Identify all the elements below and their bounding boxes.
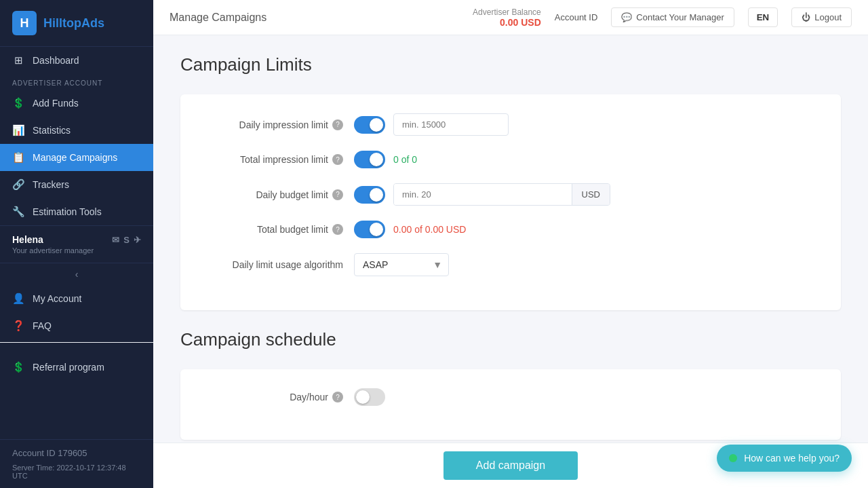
daily-impression-help-icon[interactable]: ? — [332, 119, 343, 130]
page-title: Manage Campaigns — [170, 12, 267, 24]
daily-budget-toggle[interactable] — [354, 186, 385, 204]
total-impression-value: 0 of 0 — [393, 154, 417, 165]
manager-name: Helena ✉ S ✈ — [12, 234, 141, 245]
sidebar-item-trackers[interactable]: 🔗 Trackers — [0, 171, 153, 198]
sidebar-collapse-btn[interactable]: ‹ — [0, 263, 153, 285]
sidebar-item-label: Add Funds — [33, 98, 79, 109]
total-budget-limit-row: Total budget limit ? 0.00 of 0.00 USD — [208, 221, 814, 238]
daily-budget-input[interactable] — [394, 184, 572, 205]
daily-impression-limit-label: Daily impression limit ? — [208, 119, 343, 130]
campaign-limits-section: Daily impression limit ? Total impressio… — [180, 94, 841, 310]
content-area: Campaign Limits Daily impression limit ? — [153, 35, 868, 443]
chat-bubble[interactable]: How can we help you? — [717, 445, 852, 472]
manager-icons: ✉ S ✈ — [112, 235, 141, 245]
sidebar-item-label: Dashboard — [33, 55, 79, 66]
sidebar-item-label: FAQ — [33, 320, 52, 331]
daily-impression-control — [354, 113, 509, 136]
algorithm-select[interactable]: ASAP Smooth — [354, 253, 449, 276]
add-funds-icon: 💲 — [12, 97, 24, 109]
logo-icon: H — [12, 11, 37, 35]
sidebar-item-manage-campaigns[interactable]: 📋 Manage Campaigns — [0, 144, 153, 171]
balance-label: Advertiser Balance — [473, 7, 541, 17]
sidebar-account-id: Account ID 179605 — [12, 448, 141, 458]
daily-impression-limit-row: Daily impression limit ? — [208, 113, 814, 136]
contact-manager-button[interactable]: 💬 Contact Your Manager — [611, 7, 734, 27]
daily-budget-input-group: USD — [393, 183, 610, 206]
day-hour-toggle[interactable] — [354, 388, 385, 406]
advertiser-balance: Advertiser Balance 0.00 USD — [473, 7, 541, 28]
day-hour-control — [354, 388, 385, 406]
header: Manage Campaigns Advertiser Balance 0.00… — [153, 0, 868, 35]
sidebar-item-label: Statistics — [33, 125, 71, 136]
total-budget-value: 0.00 of 0.00 USD — [393, 224, 466, 235]
campaign-schedule-section: Day/hour ? — [180, 369, 841, 440]
sidebar-section-label: ADVERTISER ACCOUNT — [0, 74, 153, 90]
dashboard-icon: ⊞ — [12, 54, 24, 67]
total-impression-control: 0 of 0 — [354, 151, 417, 168]
daily-budget-limit-row: Daily budget limit ? USD — [208, 183, 814, 206]
daily-budget-control: USD — [354, 183, 610, 206]
total-budget-toggle[interactable] — [354, 221, 385, 238]
algorithm-row: Daily limit usage algorithm ASAP Smooth … — [208, 253, 814, 276]
logout-icon: ⏻ — [802, 12, 810, 22]
sidebar-item-add-funds[interactable]: 💲 Add Funds — [0, 90, 153, 117]
chat-online-dot — [729, 454, 737, 462]
total-budget-help-icon[interactable]: ? — [332, 224, 343, 235]
email-icon[interactable]: ✉ — [112, 235, 119, 245]
manager-title: Your advertiser manager — [12, 246, 141, 255]
campaign-schedule-title: Campaign schedule — [180, 329, 841, 350]
sidebar-bottom: Account ID 179605 Server Time: 2022-10-1… — [0, 439, 153, 488]
day-hour-help-icon[interactable]: ? — [332, 392, 343, 402]
sidebar-item-my-account[interactable]: 👤 My Account — [0, 285, 153, 312]
chat-label: How can we help you? — [744, 453, 840, 464]
total-impression-limit-label: Total impression limit ? — [208, 154, 343, 165]
chat-widget[interactable]: How can we help you? — [717, 445, 852, 472]
balance-value: 0.00 USD — [473, 17, 541, 28]
header-right: Advertiser Balance 0.00 USD Account ID 💬… — [473, 7, 852, 28]
total-budget-limit-label: Total budget limit ? — [208, 224, 343, 235]
account-id-header: Account ID — [555, 12, 598, 22]
sidebar-item-label: Trackers — [33, 179, 69, 190]
main-content: Manage Campaigns Advertiser Balance 0.00… — [153, 0, 868, 488]
daily-budget-suffix: USD — [572, 184, 610, 205]
daily-impression-input[interactable] — [393, 113, 509, 136]
logo-text: HilltopAds — [43, 16, 104, 31]
sidebar-item-label: Referral program — [33, 362, 104, 373]
sidebar-item-label: My Account — [33, 293, 81, 304]
total-impression-help-icon[interactable]: ? — [332, 154, 343, 165]
sidebar-item-faq[interactable]: ❓ FAQ — [0, 312, 153, 339]
skype-icon[interactable]: S — [123, 235, 130, 245]
daily-budget-limit-label: Daily budget limit ? — [208, 189, 343, 200]
manage-campaigns-icon: 📋 — [12, 151, 24, 164]
sidebar-item-referral[interactable]: 💲 Referral program — [0, 354, 153, 381]
language-selector[interactable]: EN — [748, 7, 778, 27]
sidebar-item-label: Manage Campaigns — [33, 152, 117, 163]
sidebar-item-label: Estimation Tools — [33, 206, 102, 217]
algorithm-control: ASAP Smooth ▼ — [354, 253, 449, 276]
total-impression-limit-row: Total impression limit ? 0 of 0 — [208, 151, 814, 168]
campaign-limits-title: Campaign Limits — [180, 54, 841, 75]
day-hour-row: Day/hour ? — [208, 388, 814, 406]
faq-icon: ❓ — [12, 320, 24, 332]
referral-icon: 💲 — [12, 361, 24, 373]
sidebar-item-statistics[interactable]: 📊 Statistics — [0, 117, 153, 144]
trackers-icon: 🔗 — [12, 179, 24, 191]
total-impression-toggle[interactable] — [354, 151, 385, 168]
telegram-icon[interactable]: ✈ — [134, 235, 141, 245]
estimation-tools-icon: 🔧 — [12, 206, 24, 218]
day-hour-label: Day/hour ? — [208, 392, 343, 402]
logo: H HilltopAds — [0, 0, 153, 47]
sidebar-item-dashboard[interactable]: ⊞ Dashboard — [0, 47, 153, 74]
chat-icon: 💬 — [621, 12, 632, 22]
sidebar: H HilltopAds ⊞ Dashboard ADVERTISER ACCO… — [0, 0, 153, 488]
total-budget-control: 0.00 of 0.00 USD — [354, 221, 466, 238]
logout-button[interactable]: ⏻ Logout — [791, 7, 852, 27]
server-time: Server Time: 2022-10-17 12:37:48 UTC — [12, 464, 141, 480]
sidebar-item-estimation-tools[interactable]: 🔧 Estimation Tools — [0, 198, 153, 225]
daily-impression-toggle[interactable] — [354, 116, 385, 134]
add-campaign-button[interactable]: Add campaign — [443, 451, 578, 480]
algorithm-label: Daily limit usage algorithm — [208, 259, 343, 270]
daily-budget-help-icon[interactable]: ? — [332, 189, 343, 200]
manager-section: Helena ✉ S ✈ Your advertiser manager — [0, 225, 153, 263]
my-account-icon: 👤 — [12, 293, 24, 305]
